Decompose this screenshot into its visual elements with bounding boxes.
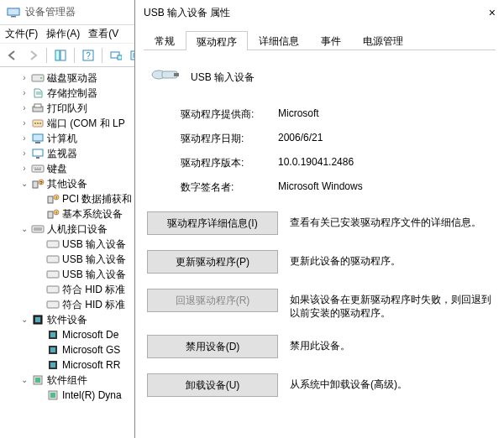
svg-rect-36: [47, 286, 59, 293]
menu-view[interactable]: 查看(V: [88, 27, 118, 41]
tab-general[interactable]: 常规: [144, 30, 186, 50]
tab-power[interactable]: 电源管理: [352, 30, 414, 50]
driver-details-button[interactable]: 驱动程序详细信息(I): [147, 211, 278, 235]
storage-icon: [30, 86, 45, 100]
svg-point-17: [39, 123, 41, 124]
hid-device-icon: [45, 298, 60, 311]
toolbar-show-hide-icon[interactable]: [51, 46, 70, 65]
svg-rect-52: [174, 73, 179, 76]
hid-device-icon: [45, 268, 60, 281]
hid-icon: [30, 222, 45, 236]
update-driver-desc: 更新此设备的驱动程序。: [290, 250, 492, 268]
value-provider: Microsoft: [278, 107, 492, 122]
svg-rect-47: [35, 378, 40, 383]
chevron-right-icon[interactable]: ›: [18, 101, 30, 116]
chevron-right-icon[interactable]: ›: [18, 70, 30, 86]
value-date: 2006/6/21: [278, 132, 492, 146]
svg-point-15: [34, 123, 36, 124]
chevron-down-icon[interactable]: ⌄: [18, 176, 30, 191]
svg-rect-4: [60, 50, 66, 60]
unknown-device-icon: !: [45, 207, 60, 221]
chevron-right-icon[interactable]: ›: [18, 131, 30, 146]
tab-events[interactable]: 事件: [310, 30, 352, 50]
svg-rect-39: [35, 317, 40, 322]
keyboard-icon: [30, 162, 45, 175]
toolbar-scan-icon[interactable]: [107, 46, 125, 65]
toolbar-separator: [74, 48, 75, 63]
svg-rect-13: [34, 104, 41, 107]
svg-rect-32: [32, 226, 44, 232]
menu-file[interactable]: 文件(F): [5, 27, 38, 41]
chevron-down-icon[interactable]: ⌄: [18, 312, 30, 327]
uninstall-device-desc: 从系统中卸载设备(高级)。: [290, 373, 492, 391]
usb-device-icon: [150, 65, 181, 89]
svg-rect-34: [47, 256, 59, 263]
svg-rect-23: [33, 181, 38, 188]
properties-dialog: USB 输入设备 属性 × 常规 驱动程序 详细信息 事件 电源管理 USB 输…: [134, 0, 504, 438]
svg-rect-3: [55, 50, 60, 60]
toolbar-back-icon[interactable]: [3, 46, 22, 65]
software-device-icon: [30, 313, 45, 326]
toolbar-separator: [46, 48, 47, 63]
driver-tab-content: USB 输入设备 驱动程序提供商: Microsoft 驱动程序日期: 2006…: [144, 50, 496, 424]
svg-rect-21: [36, 157, 39, 159]
label-signer: 数字签名者:: [181, 180, 278, 195]
computer-icon: [30, 132, 45, 145]
chevron-right-icon[interactable]: ›: [18, 86, 30, 101]
unknown-device-icon: !: [45, 192, 60, 206]
svg-rect-19: [35, 142, 40, 143]
svg-point-16: [37, 123, 39, 124]
other-devices-icon: ?: [30, 177, 45, 190]
svg-rect-49: [50, 393, 55, 398]
chevron-right-icon[interactable]: ›: [18, 146, 30, 161]
software-device-icon: [45, 328, 60, 342]
svg-rect-20: [33, 149, 43, 156]
svg-point-11: [40, 77, 42, 79]
svg-rect-41: [50, 332, 55, 337]
svg-rect-1: [8, 9, 18, 14]
device-name: USB 输入设备: [191, 70, 255, 85]
svg-text:?: ?: [86, 51, 91, 60]
label-provider: 驱动程序提供商:: [181, 107, 278, 122]
hid-device-icon: [45, 237, 60, 251]
menu-action[interactable]: 操作(A): [46, 27, 80, 41]
value-version: 10.0.19041.2486: [278, 156, 492, 170]
software-component-icon: [45, 388, 60, 402]
software-component-icon: [30, 373, 45, 387]
disk-icon: [30, 71, 45, 85]
value-signer: Microsoft Windows: [278, 180, 492, 195]
chevron-right-icon[interactable]: ›: [18, 116, 30, 131]
rollback-driver-button: 回退驱动程序(R): [147, 289, 278, 312]
svg-rect-29: [48, 211, 53, 218]
prop-titlebar: USB 输入设备 属性 ×: [135, 0, 504, 25]
chevron-right-icon[interactable]: ›: [18, 161, 30, 176]
toolbar-forward-icon[interactable]: [24, 46, 42, 65]
tab-driver[interactable]: 驱动程序: [186, 31, 248, 50]
prop-title-text: USB 输入设备 属性: [144, 6, 462, 20]
update-driver-button[interactable]: 更新驱动程序(P): [147, 250, 278, 274]
close-icon[interactable]: ×: [462, 6, 496, 19]
hid-device-icon: [45, 253, 60, 266]
software-device-icon: [45, 343, 60, 357]
tab-details[interactable]: 详细信息: [248, 30, 310, 50]
label-version: 驱动程序版本:: [181, 156, 278, 170]
svg-rect-35: [47, 271, 59, 278]
svg-rect-22: [32, 165, 44, 172]
svg-rect-43: [50, 347, 55, 352]
monitor-icon: [30, 147, 45, 160]
svg-rect-18: [33, 134, 43, 141]
driver-details-desc: 查看有关已安装驱动程序文件的详细信息。: [290, 211, 492, 229]
printer-icon: [30, 102, 45, 115]
chevron-down-icon[interactable]: ⌄: [18, 222, 30, 237]
toolbar-help-icon[interactable]: ?: [79, 46, 97, 65]
uninstall-device-button[interactable]: 卸载设备(U): [147, 373, 278, 397]
device-manager-icon: [7, 6, 20, 19]
chevron-down-icon[interactable]: ⌄: [18, 373, 30, 388]
toolbar-separator: [102, 48, 102, 63]
svg-rect-8: [118, 55, 122, 60]
svg-rect-33: [47, 241, 59, 248]
port-icon: [30, 117, 45, 130]
rollback-driver-desc: 如果该设备在更新驱动程序时失败，则回退到以前安装的驱动程序。: [290, 289, 492, 320]
tab-strip: 常规 驱动程序 详细信息 事件 电源管理: [144, 30, 496, 50]
disable-device-button[interactable]: 禁用设备(D): [147, 335, 278, 358]
